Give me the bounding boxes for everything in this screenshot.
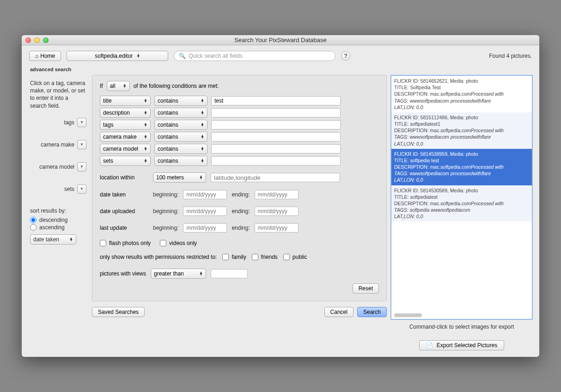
search-button[interactable]: Search <box>357 307 387 317</box>
toolbar: ⌂ Home softpedia.editor ▲▼ 🔍 Quick searc… <box>22 45 539 65</box>
chevron-updown-icon: ▲▼ <box>199 176 203 179</box>
beginning-label: beginning: <box>153 191 178 198</box>
flash-only-label: flash photos only <box>109 240 151 246</box>
value-input[interactable] <box>211 108 341 117</box>
operator-select[interactable]: contains▲▼ <box>154 120 207 130</box>
field-label: title <box>103 98 112 104</box>
chevron-updown-icon: ▲▼ <box>136 54 140 58</box>
chevron-updown-icon: ▲▼ <box>123 84 127 88</box>
app-window: Search Your PixSteward Database ⌂ Home s… <box>22 35 539 357</box>
field-select[interactable]: camera model▲▼ <box>100 144 151 154</box>
chevron-updown-icon: ▲▼ <box>144 123 147 127</box>
field-label: camera make <box>103 134 137 140</box>
sort-field-select[interactable]: date taken ▲▼ <box>30 234 76 245</box>
flash-only-checkbox[interactable] <box>100 240 106 246</box>
value-input[interactable] <box>211 156 341 165</box>
result-item[interactable]: FLICKR ID: 5814530589, Media: photo TITL… <box>391 185 532 222</box>
result-item[interactable]: FLICKR ID: 5815112486, Media: photo TITL… <box>391 112 532 149</box>
operator-select[interactable]: contains▲▼ <box>154 144 207 154</box>
op-label: contains <box>158 158 178 164</box>
search-form-panel: If all ▲▼ of the following conditions ar… <box>92 75 387 301</box>
reset-button[interactable]: Reset <box>353 283 379 294</box>
public-checkbox[interactable] <box>283 254 290 260</box>
value-input[interactable] <box>211 132 341 141</box>
value-input[interactable] <box>211 120 341 129</box>
condition-row: camera model▲▼ contains▲▼ <box>100 144 379 154</box>
camera-make-label: camera make <box>41 141 74 148</box>
operator-select[interactable]: contains▲▼ <box>154 108 207 118</box>
results-hint: Command-click to select images for expor… <box>390 324 533 330</box>
field-select[interactable]: title▲▼ <box>100 96 151 106</box>
search-label: Search <box>363 309 381 315</box>
last-update-end-input[interactable] <box>255 223 299 233</box>
field-select[interactable]: tags▲▼ <box>100 120 151 130</box>
field-select[interactable]: sets▲▼ <box>100 156 151 166</box>
field-select[interactable]: description▲▼ <box>100 108 151 118</box>
friends-label: friends <box>261 254 278 260</box>
views-op-select[interactable]: greater than ▲▼ <box>151 269 206 279</box>
sort-descending-radio[interactable] <box>30 217 37 223</box>
location-within-label: location within <box>100 174 148 181</box>
titlebar: Search Your PixSteward Database <box>22 35 539 45</box>
sets-dropdown[interactable]: ▼ <box>77 184 86 194</box>
account-select[interactable]: softpedia.editor ▲▼ <box>67 51 168 61</box>
camera-model-dropdown[interactable]: ▼ <box>77 162 86 172</box>
match-select[interactable]: all ▲▼ <box>107 81 130 91</box>
views-value-input[interactable] <box>211 269 248 278</box>
field-label: tags <box>103 122 114 128</box>
search-icon: 🔍 <box>179 53 186 59</box>
value-input[interactable] <box>211 144 341 153</box>
tags-dropdown[interactable]: ▼ <box>77 118 86 127</box>
result-item[interactable]: FLICKR ID: 5814652621, Media: photo TITL… <box>391 76 532 112</box>
chevron-updown-icon: ▲▼ <box>144 99 147 103</box>
camera-make-dropdown[interactable]: ▼ <box>77 140 86 149</box>
friends-checkbox[interactable] <box>252 254 258 260</box>
videos-only-label: videos only <box>169 240 197 246</box>
latlon-input[interactable] <box>211 173 340 182</box>
chevron-updown-icon: ▲▼ <box>199 272 203 276</box>
op-label: contains <box>158 146 178 152</box>
home-button[interactable]: ⌂ Home <box>29 51 61 61</box>
home-label: Home <box>40 53 55 59</box>
quick-search-input[interactable]: 🔍 Quick search all fields <box>174 51 335 61</box>
beginning-label: beginning: <box>153 208 178 214</box>
chevron-updown-icon: ▲▼ <box>201 135 204 139</box>
op-label: contains <box>158 110 178 116</box>
ending-label: ending: <box>232 208 250 214</box>
field-label: camera model <box>103 146 138 152</box>
result-item[interactable]: FLICKR ID: 5814538959, Media: photo TITL… <box>391 149 532 185</box>
help-button[interactable]: ? <box>341 51 350 61</box>
window-title: Search Your PixSteward Database <box>22 37 539 43</box>
operator-select[interactable]: contains▲▼ <box>154 132 207 142</box>
op-label: contains <box>158 98 178 104</box>
cancel-button[interactable]: Cancel <box>324 307 354 317</box>
op-label: contains <box>158 134 178 140</box>
export-button[interactable]: 📄 Export Selected Pictures <box>419 340 504 350</box>
search-placeholder: Quick search all fields <box>189 53 243 59</box>
tags-label: tags <box>64 119 74 126</box>
value-input[interactable] <box>211 96 341 105</box>
date-taken-label: date taken <box>100 191 148 198</box>
sort-ascending-radio[interactable] <box>30 224 37 231</box>
field-select[interactable]: camera make▲▼ <box>100 132 151 142</box>
date-uploaded-begin-input[interactable] <box>183 207 227 216</box>
operator-select[interactable]: contains▲▼ <box>154 96 207 106</box>
chevron-updown-icon: ▲▼ <box>144 147 147 151</box>
ending-label: ending: <box>232 225 250 231</box>
condition-row: sets▲▼ contains▲▼ <box>100 156 379 166</box>
date-uploaded-end-input[interactable] <box>255 207 299 216</box>
date-taken-begin-input[interactable] <box>183 190 227 199</box>
date-taken-end-input[interactable] <box>255 190 299 199</box>
home-icon: ⌂ <box>35 53 38 59</box>
condition-row: camera make▲▼ contains▲▼ <box>100 132 379 142</box>
videos-only-checkbox[interactable] <box>160 240 166 246</box>
saved-searches-button[interactable]: Saved Searches <box>92 307 145 317</box>
operator-select[interactable]: contains▲▼ <box>154 156 207 166</box>
family-checkbox[interactable] <box>222 254 229 260</box>
if-label: If <box>100 83 103 89</box>
last-update-begin-input[interactable] <box>183 223 227 233</box>
distance-select[interactable]: 100 meters ▲▼ <box>153 172 206 183</box>
scrollbar-horizontal[interactable] <box>394 313 422 317</box>
results-list[interactable]: FLICKR ID: 5814652621, Media: photo TITL… <box>390 75 533 320</box>
sidebar-hint: Click on a tag, camera make, or model, o… <box>30 80 86 110</box>
